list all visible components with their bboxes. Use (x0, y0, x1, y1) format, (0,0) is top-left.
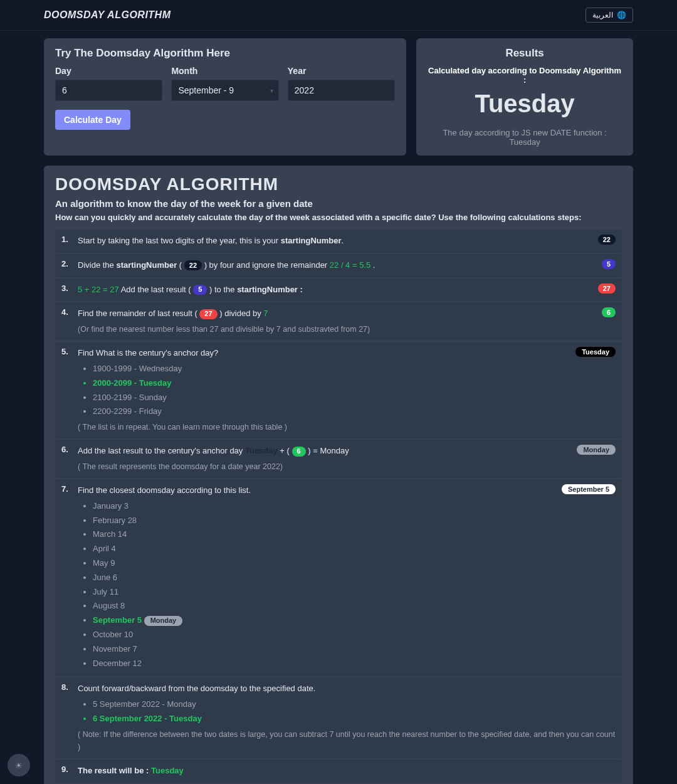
calculate-button[interactable]: Calculate Day (55, 110, 130, 130)
step-3: 27 3. 5 + 22 = 27 Add the last result ( … (55, 278, 622, 302)
count-item: 5 September 2022 - Monday (93, 698, 616, 711)
doomsday-item: May 9 (93, 557, 616, 570)
step-4: 6 4. Find the remainder of last result (… (55, 302, 622, 341)
doomsday-item: April 4 (93, 543, 616, 556)
step-6-result-badge: Monday (577, 445, 616, 455)
step-7: September 5 7. Find the closest doomsday… (55, 479, 622, 676)
doomsday-item: December 12 (93, 657, 616, 670)
results-title: Results (428, 47, 622, 60)
results-subtitle: Calculated day according to Doomsday Alg… (428, 66, 622, 85)
doomsday-item: August 8 (93, 600, 616, 613)
doomsday-item: September 5 Monday (93, 614, 616, 627)
step-1-result-badge: 22 (598, 235, 616, 245)
century-item: 1900-1999 - Wednesday (93, 363, 616, 376)
step-2-result-badge: 5 (602, 259, 616, 269)
language-label: العربية (592, 11, 613, 19)
doomsday-item: October 10 (93, 628, 616, 642)
doomsday-item: July 11 (93, 586, 616, 599)
doomsday-item: March 14 (93, 528, 616, 541)
algorithm-card: DOOMSDAY ALGORITHM An algorithm to know … (44, 166, 633, 784)
algorithm-subtitle: An algorithm to know the day of the week… (55, 198, 622, 209)
day-input[interactable] (55, 80, 162, 101)
step-2: 5 2. Divide the startingNumber ( 22 ) by… (55, 254, 622, 277)
step-3-result-badge: 27 (598, 283, 616, 294)
step-1: 22 1. Start by taking the last two digit… (55, 230, 622, 253)
results-note-2: Tuesday (428, 137, 622, 147)
results-card: Results Calculated day according to Doom… (416, 38, 633, 156)
results-note-1: The day according to JS new DATE functio… (428, 128, 622, 137)
chevron-down-icon: ▾ (270, 87, 273, 94)
try-title: Try The Doomsday Algorithm Here (55, 47, 395, 60)
step-9: 9. The result will be : Tuesday (55, 760, 622, 783)
century-item: 2100-2199 - Sunday (93, 391, 616, 405)
language-toggle-button[interactable]: العربية 🌐 (585, 8, 633, 23)
month-label: Month (171, 66, 278, 76)
century-item: 2200-2299 - Friday (93, 405, 616, 418)
step-4-result-badge: 6 (602, 307, 616, 317)
sun-icon: ☀ (15, 761, 23, 770)
month-select[interactable]: September - 9 ▾ (171, 80, 278, 101)
month-value: September - 9 (178, 85, 234, 95)
try-card: Try The Doomsday Algorithm Here Day Mont… (44, 38, 406, 156)
results-day: Tuesday (428, 90, 622, 118)
globe-icon: 🌐 (617, 11, 626, 19)
step-6: Monday 6. Add the last result to the cen… (55, 440, 622, 478)
algorithm-title: DOOMSDAY ALGORITHM (55, 174, 622, 194)
year-input[interactable] (288, 80, 395, 101)
app-logo: DOOMSDAY ALGORITHM (44, 9, 171, 21)
step-5-result-badge: Tuesday (575, 347, 616, 357)
doomsday-item: February 28 (93, 514, 616, 527)
theme-toggle-button[interactable]: ☀ (8, 754, 30, 776)
count-item: 6 September 2022 - Tuesday (93, 712, 616, 726)
step-5: Tuesday 5. Find What is the century's an… (55, 342, 622, 438)
doomsday-item: June 6 (93, 571, 616, 585)
century-item: 2000-2099 - Tuesday (93, 377, 616, 390)
day-label: Day (55, 66, 162, 76)
doomsday-item: January 3 (93, 500, 616, 513)
step-8: 8. Count forward/backward from the dooms… (55, 677, 622, 758)
doomsday-item: November 7 (93, 643, 616, 656)
year-label: Year (288, 66, 395, 76)
algorithm-question: How can you quickly and accurately calcu… (55, 213, 622, 222)
step-7-result-badge: September 5 (562, 484, 616, 494)
